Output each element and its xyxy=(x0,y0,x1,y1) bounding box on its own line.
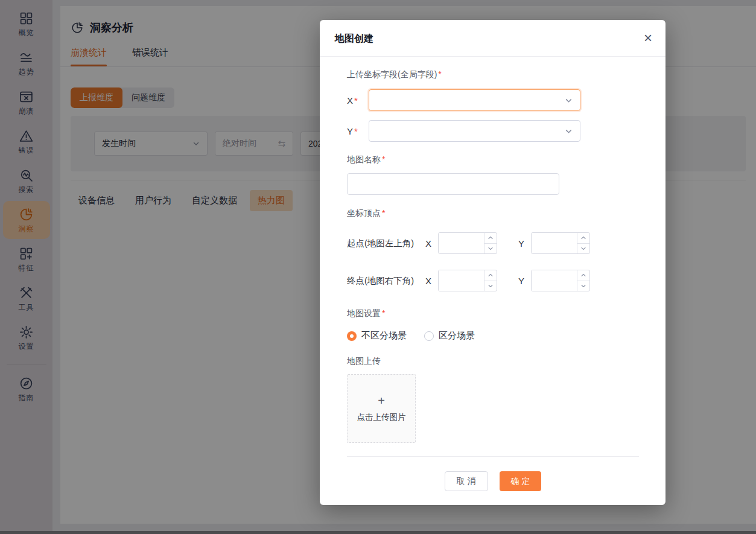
x-field-label: X* xyxy=(347,95,369,106)
stepper-down-icon[interactable] xyxy=(577,244,589,254)
vertex-section-label: 坐标顶点* xyxy=(347,208,639,219)
plus-icon: + xyxy=(378,395,385,407)
chevron-down-icon xyxy=(565,97,573,104)
x-field-select[interactable] xyxy=(369,89,580,111)
end-x-field[interactable] xyxy=(439,270,484,291)
map-create-modal: 地图创建 × 上传坐标字段(全局字段)* X* Y* 地图名称* xyxy=(320,20,665,505)
end-x-label: X xyxy=(425,276,431,286)
start-point-row: 起点(地图左上角) X Y xyxy=(347,232,639,254)
app-root: 概览 趋势 崩溃 错误 搜索 洞察 特征 工具 xyxy=(0,0,756,534)
number-stepper xyxy=(577,270,589,291)
start-y-label: Y xyxy=(518,238,524,249)
required-asterisk: * xyxy=(438,69,441,79)
stepper-down-icon[interactable] xyxy=(577,281,589,291)
start-x-label: X xyxy=(425,238,431,249)
map-name-input[interactable] xyxy=(347,173,559,195)
radio-no-scene-label[interactable]: 不区分场景 xyxy=(361,330,407,342)
close-icon[interactable]: × xyxy=(644,33,652,43)
start-x-input xyxy=(438,232,497,254)
coord-field-section-label: 上传坐标字段(全局字段)* xyxy=(347,69,639,80)
upload-image-dropzone[interactable]: + 点击上传图片 xyxy=(347,374,416,443)
radio-scene-label[interactable]: 区分场景 xyxy=(439,330,475,342)
stepper-up-icon[interactable] xyxy=(577,233,589,244)
required-asterisk: * xyxy=(354,126,358,136)
number-stepper xyxy=(484,233,497,253)
radio-no-scene[interactable] xyxy=(347,331,357,341)
scene-radio-group: 不区分场景 区分场景 xyxy=(347,330,639,342)
start-x-field[interactable] xyxy=(439,233,484,253)
stepper-up-icon[interactable] xyxy=(577,270,589,281)
modal-title: 地图创建 xyxy=(335,33,373,45)
modal-body: 上传坐标字段(全局字段)* X* Y* 地图名称* 坐标顶点* xyxy=(320,57,665,505)
required-asterisk: * xyxy=(382,308,385,318)
confirm-button[interactable]: 确 定 xyxy=(500,471,542,491)
stepper-down-icon[interactable] xyxy=(484,281,497,291)
end-y-field[interactable] xyxy=(532,270,577,291)
y-field-row: Y* xyxy=(347,120,639,142)
end-point-label: 终点(地图右下角) xyxy=(347,275,425,287)
map-setting-label: 地图设置* xyxy=(347,308,639,319)
radio-scene[interactable] xyxy=(424,331,434,341)
end-point-row: 终点(地图右下角) X Y xyxy=(347,270,639,291)
end-y-input xyxy=(531,270,590,291)
end-y-label: Y xyxy=(518,276,524,286)
modal-footer: 取 消 确 定 xyxy=(347,456,639,505)
start-y-input xyxy=(531,232,590,254)
x-field-row: X* xyxy=(347,89,639,111)
required-asterisk: * xyxy=(382,208,385,218)
required-asterisk: * xyxy=(354,95,358,106)
start-point-label: 起点(地图左上角) xyxy=(347,238,425,249)
number-stepper xyxy=(484,270,497,291)
stepper-up-icon[interactable] xyxy=(484,233,497,244)
cancel-button[interactable]: 取 消 xyxy=(445,471,488,491)
modal-header: 地图创建 × xyxy=(320,20,665,57)
end-x-input xyxy=(438,270,497,291)
required-asterisk: * xyxy=(382,154,385,164)
stepper-down-icon[interactable] xyxy=(484,244,497,254)
start-y-field[interactable] xyxy=(532,233,577,253)
number-stepper xyxy=(577,233,589,253)
y-field-select[interactable] xyxy=(369,120,580,142)
upload-hint-text: 点击上传图片 xyxy=(357,412,406,423)
map-name-label: 地图名称* xyxy=(347,154,639,165)
stepper-up-icon[interactable] xyxy=(484,270,497,281)
chevron-down-icon xyxy=(565,127,573,135)
map-upload-label: 地图上传 xyxy=(347,356,639,367)
y-field-label: Y* xyxy=(347,126,369,136)
coord-field-label-text: 上传坐标字段(全局字段) xyxy=(347,69,437,79)
